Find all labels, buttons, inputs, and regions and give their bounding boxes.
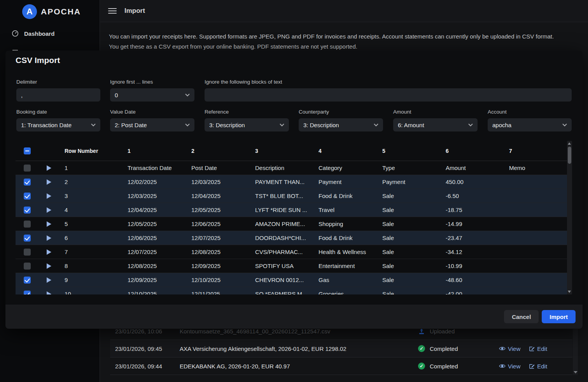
row-checkbox[interactable] [24,221,31,228]
expand-row-icon[interactable] [47,277,51,283]
table-row[interactable]: 912/09/202512/10/2025CHEVRON 0012...GasS… [16,273,567,287]
select-all-checkbox[interactable] [24,147,31,154]
table-cell: Groceries [318,291,382,294]
scroll-down-icon[interactable] [568,291,571,293]
expand-row-icon[interactable] [47,193,51,199]
eye-icon [499,364,506,368]
table-cell: 12/10/2025 [128,291,191,294]
row-checkbox[interactable] [24,207,31,214]
edit-link[interactable]: Edit [529,345,547,352]
table-cell: 12/03/2025 [128,193,191,199]
table-cell: SQ *FARMERS M... [255,291,318,294]
ignore-lines-label: Ignore first ... lines [110,79,194,85]
table-row[interactable]: 712/07/202512/08/2025CVS/PHARMAC...Healt… [16,245,567,259]
table-row[interactable]: 612/06/202512/07/2025DOORDASH*CHI...Food… [16,231,567,245]
table-cell: -42.00 [446,291,509,294]
import-description: You can import your receipts here. Suppo… [109,32,562,52]
edit-icon [529,346,535,352]
expand-row-icon[interactable] [47,179,51,185]
expand-row-icon[interactable] [47,291,51,295]
table-cell: Memo [509,165,567,171]
history-row[interactable]: 23/01/2026, 09:44EDEKABANK AG, 2026-01-2… [110,357,572,375]
account-select[interactable]: apocha [488,118,572,131]
table-cell: DOORDASH*CHI... [255,235,318,241]
counterparty-select[interactable]: 3: Description [299,118,383,131]
row-number: 6 [61,235,128,241]
cancel-button[interactable]: Cancel [504,310,539,323]
row-checkbox[interactable] [24,291,31,295]
row-number: 5 [61,221,128,227]
column-header: 3 [255,148,318,154]
row-checkbox[interactable] [24,249,31,256]
row-checkbox[interactable] [24,263,31,270]
expand-row-icon[interactable] [47,221,51,227]
row-checkbox[interactable] [24,179,31,186]
table-cell: Travel [318,207,382,213]
value-date-label: Value Date [110,109,194,115]
view-link[interactable]: View [499,345,520,352]
expand-row-icon[interactable] [47,165,51,171]
action-label: Edit [537,345,547,352]
table-cell: Sale [382,207,446,213]
dialog-footer: Cancel Import [5,305,583,329]
import-history-list: 23/01/2026, 10:06Kontoumsaetze_365_46981… [110,322,572,375]
status-badge: ✓Completed [418,363,499,370]
history-timestamp: 23/01/2026, 09:45 [110,345,180,352]
import-button[interactable]: Import [542,310,576,323]
row-checkbox[interactable] [24,165,31,172]
table-row[interactable]: 1Transaction DatePost DateDescriptionCat… [16,161,567,175]
table-cell: -18.75 [446,207,509,213]
history-timestamp: 23/01/2026, 09:44 [110,363,180,370]
action-label: View [508,345,520,352]
chevron-down-icon [374,123,378,126]
delimiter-label: Delimiter [16,79,100,85]
table-row[interactable]: 412/04/202512/05/2025LYFT *RIDE SUN ...T… [16,203,567,217]
table-row[interactable]: 312/03/202512/04/2025TST* BLUE BOT...Foo… [16,189,567,203]
booking-date-select[interactable]: 1: Transaction Date [16,118,100,131]
row-checkbox[interactable] [24,235,31,242]
scroll-up-icon[interactable] [568,142,571,145]
counterparty-label: Counterparty [299,109,383,115]
expand-row-icon[interactable] [47,235,51,241]
table-cell: -6.50 [446,193,509,199]
scroll-down-icon[interactable] [574,371,578,373]
scrollbar-thumb[interactable] [568,147,571,164]
status-badge: ✓Completed [418,345,499,352]
chevron-down-icon [185,123,190,126]
table-row[interactable]: 212/02/202512/03/2025PAYMENT THAN...Paym… [16,175,567,189]
column-header: 1 [128,148,191,154]
table-row[interactable]: 812/08/202512/09/2025SPOTIFY USAEntertai… [16,259,567,273]
app-logo: A APOCHA [0,0,100,20]
menu-icon[interactable] [108,7,117,15]
value-date-select[interactable]: 2: Post Date [110,118,194,131]
row-checkbox[interactable] [24,193,31,200]
expand-row-icon[interactable] [47,263,51,269]
table-cell: CHEVRON 0012... [255,277,318,283]
chevron-down-icon [91,123,96,126]
view-link[interactable]: View [499,363,520,370]
history-row[interactable]: 23/01/2026, 09:45AXA Versicherung Aktien… [110,340,572,357]
table-cell: 12/04/2025 [191,193,255,199]
expand-row-icon[interactable] [47,249,51,255]
row-checkbox[interactable] [24,277,31,284]
column-header: 5 [382,148,446,154]
delimiter-input[interactable]: , [16,88,100,102]
table-row[interactable]: 1012/10/202512/11/2025SQ *FARMERS M...Gr… [16,287,567,294]
amount-select[interactable]: 6: Amount [393,118,478,131]
ignore-lines-select[interactable]: 0 [110,88,194,102]
expand-row-icon[interactable] [47,207,51,213]
edit-link[interactable]: Edit [529,363,547,370]
table-cell: -14.99 [446,221,509,227]
row-number: 4 [61,207,128,213]
table-cell: -10.99 [446,263,509,269]
sidebar-item-dashboard[interactable]: Dashboard [0,27,100,40]
column-header: 4 [318,148,382,154]
ignore-blocks-input[interactable] [205,88,572,102]
reference-select[interactable]: 3: Description [205,118,289,131]
history-filename: AXA Versicherung Aktiengesellschaft, 202… [180,345,418,352]
table-scrollbar[interactable] [567,141,572,294]
row-number: 9 [61,277,128,283]
brand-name: APOCHA [41,7,81,16]
table-row[interactable]: 512/05/202512/06/2025AMAZON PRIME...Shop… [16,217,567,231]
page-scrollbar[interactable] [573,329,578,375]
